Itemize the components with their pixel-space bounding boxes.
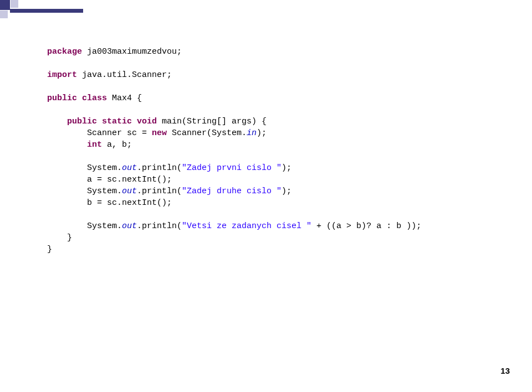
scanner-call: Scanner(System. — [167, 128, 247, 138]
assign-a: a = sc.nextInt(); — [47, 175, 172, 184]
import-name: java.util.Scanner; — [77, 70, 172, 80]
keyword-import: import — [47, 70, 77, 80]
ternary-expr: + ((a > b)? a : b )); — [311, 221, 421, 231]
keyword-static: static — [102, 117, 132, 126]
main-signature: main(String[] args) { — [157, 117, 267, 126]
keyword-int: int — [87, 140, 102, 149]
svg-rect-2 — [0, 11, 8, 18]
string-literal: "Vetsi ze zadanych cisel " — [182, 221, 311, 231]
page-number: 13 — [500, 365, 510, 376]
string-literal: "Zadej druhe cislo " — [182, 187, 282, 196]
system-out: out — [122, 187, 137, 196]
keyword-public: public — [67, 117, 97, 126]
string-literal: "Zadej prvni cislo " — [182, 163, 282, 173]
println-open: .println( — [137, 163, 182, 173]
system-out: out — [122, 221, 137, 231]
code-block: package ja003maximumzedvou; import java.… — [47, 34, 421, 255]
println-close: ); — [282, 187, 291, 196]
system-out: out — [122, 163, 137, 173]
sout-prefix: System. — [47, 163, 122, 173]
println-open: .println( — [137, 221, 182, 231]
scanner-decl: Scanner sc = — [47, 128, 152, 138]
keyword-package: package — [47, 47, 82, 56]
package-name: ja003maximumzedvou; — [82, 47, 182, 56]
svg-rect-0 — [0, 0, 10, 10]
svg-rect-3 — [10, 9, 83, 13]
sout-prefix: System. — [47, 187, 122, 196]
keyword-public: public — [47, 94, 77, 103]
keyword-new: new — [152, 128, 167, 138]
keyword-class: class — [82, 94, 107, 103]
scanner-end: ); — [257, 128, 267, 138]
assign-b: b = sc.nextInt(); — [47, 198, 172, 208]
class-name: Max4 { — [107, 94, 142, 103]
close-brace: } — [47, 233, 72, 243]
keyword-void: void — [137, 117, 157, 126]
int-vars: a, b; — [102, 140, 132, 149]
println-close: ); — [282, 163, 291, 173]
close-brace: } — [47, 245, 52, 254]
system-in: in — [247, 128, 257, 138]
corner-decoration — [0, 0, 83, 28]
println-open: .println( — [137, 187, 182, 196]
svg-rect-1 — [11, 0, 18, 8]
sout-prefix: System. — [47, 221, 122, 231]
